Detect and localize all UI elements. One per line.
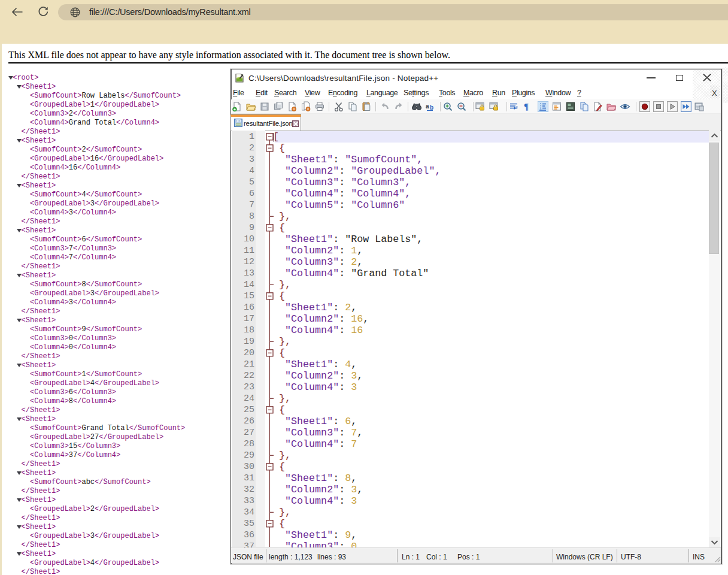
svg-text:¶: ¶ <box>524 102 529 111</box>
svg-text:b: b <box>430 104 433 111</box>
svg-text:a: a <box>426 103 429 110</box>
